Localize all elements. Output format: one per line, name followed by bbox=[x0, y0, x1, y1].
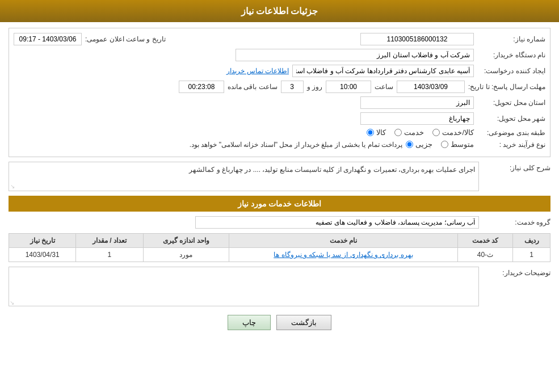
radio-kala-label: کالا bbox=[376, 128, 386, 137]
mohlat-rooz-input[interactable] bbox=[281, 81, 304, 93]
row-sharh: شرح کلی نیاز: اجرای عملیات بهره برداری، … bbox=[9, 162, 550, 191]
cell-name[interactable]: بهره برداری و نگهداری از سد یا شبکه و نی… bbox=[229, 248, 458, 262]
tarikh-input[interactable] bbox=[14, 33, 82, 45]
ijad-konande-label: ایجاد کننده درخواست: bbox=[477, 67, 545, 75]
radio-kala-khedmat-label: کالا/خدمت bbox=[442, 128, 474, 137]
services-table-container: ردیف کد خدمت نام خدمت واحد اندازه گیری ت… bbox=[9, 233, 550, 262]
shahr-input[interactable] bbox=[360, 112, 474, 125]
mohlat-baqi-input[interactable] bbox=[179, 81, 224, 93]
col-name: نام خدمت bbox=[229, 234, 458, 248]
toshihat-container: ↘ bbox=[9, 267, 479, 308]
mohlat-saat-input[interactable] bbox=[326, 81, 371, 93]
resize-icon-2: ↘ bbox=[10, 300, 14, 306]
row-mohlat: مهلت ارسال پاسخ: تا تاریخ: ساعت روز و سا… bbox=[14, 81, 545, 93]
radio-motavaset[interactable]: متوسط bbox=[441, 140, 474, 149]
resize-icon: ↘ bbox=[10, 183, 15, 189]
row-gorooh: گروه خدمت: bbox=[9, 216, 550, 229]
tabaghebandi-radio-group: کالا/خدمت خدمت کالا bbox=[367, 128, 474, 137]
col-radif: ردیف bbox=[513, 234, 550, 248]
mohlat-rooz-label: روز و bbox=[307, 83, 322, 91]
sharh-value: اجرای عملیات بهره برداری، تعمیرات و نگهد… bbox=[9, 162, 478, 191]
row-noe-farayand: نوع فرآیند خرید : متوسط جزیی پرداخت تمام… bbox=[14, 140, 545, 149]
shahr-label: شهر محل تحویل: bbox=[477, 115, 545, 123]
col-tarikh: تاریخ نیاز bbox=[9, 234, 76, 248]
mohlat-date-input[interactable] bbox=[397, 81, 465, 93]
ijad-konande-input[interactable] bbox=[292, 65, 474, 77]
services-table: ردیف کد خدمت نام خدمت واحد اندازه گیری ت… bbox=[9, 233, 550, 262]
ostan-label: استان محل تحویل: bbox=[477, 99, 545, 107]
gorooh-input[interactable] bbox=[195, 216, 479, 229]
row-shomara-tarikh: شماره نیاز: تاریخ و ساعت اعلان عمومی: bbox=[14, 33, 545, 45]
toshihat-label: توضیحات خریدار: bbox=[482, 267, 550, 277]
noe-farayand-label: نوع فرآیند خرید : bbox=[477, 141, 545, 149]
noe-farayand-text: پرداخت تمام یا بخشی از مبلغ خریدار از مح… bbox=[190, 141, 402, 149]
cell-tedad: 1 bbox=[76, 248, 143, 262]
radio-khedmat[interactable]: خدمت bbox=[394, 128, 424, 137]
noe-farayand-radio-group: متوسط جزیی bbox=[406, 140, 474, 149]
sharh-container: اجرای عملیات بهره برداری، تعمیرات و نگهد… bbox=[9, 162, 479, 191]
tarikh-label: تاریخ و ساعت اعلان عمومی: bbox=[85, 35, 166, 43]
row-nam-dastgah: نام دستگاه خریدار: bbox=[14, 49, 545, 61]
row-ostan: استان محل تحویل: bbox=[14, 96, 545, 109]
radio-kala-khedmat[interactable]: کالا/خدمت bbox=[432, 128, 474, 137]
sharh-label: شرح کلی نیاز: bbox=[482, 162, 550, 172]
toshihat-textarea[interactable] bbox=[9, 267, 479, 306]
back-button[interactable]: بازگشت bbox=[276, 315, 331, 330]
main-content: شماره نیاز: تاریخ و ساعت اعلان عمومی: نا… bbox=[0, 22, 559, 342]
cell-kod: ث-40 bbox=[457, 248, 512, 262]
cell-tarikh: 1403/04/31 bbox=[9, 248, 76, 262]
mohlat-saat-label: ساعت bbox=[375, 83, 393, 91]
cell-vahed: مورد bbox=[143, 248, 229, 262]
nam-dastgah-input[interactable] bbox=[236, 49, 474, 61]
row-toshihat: توضیحات خریدار: ↘ bbox=[9, 267, 550, 308]
col-kod: کد خدمت bbox=[457, 234, 512, 248]
radio-khedmat-label: خدمت bbox=[404, 128, 424, 137]
buttons-row: بازگشت چاپ bbox=[9, 315, 550, 330]
cell-radif: 1 bbox=[513, 248, 550, 262]
radio-kala[interactable]: کالا bbox=[367, 128, 386, 137]
col-vahed: واحد اندازه گیری bbox=[143, 234, 229, 248]
radio-jozii-label: جزیی bbox=[415, 140, 432, 149]
khadamat-title: اطلاعات خدمات مورد نیاز bbox=[238, 199, 322, 208]
mohlat-baqi-label: ساعت باقی مانده bbox=[228, 83, 278, 91]
row-tabaghebandi: طبقه بندی موضوعی: کالا/خدمت خدمت کالا bbox=[14, 128, 545, 137]
khadamat-section-header: اطلاعات خدمات مورد نیاز bbox=[9, 196, 550, 212]
page-wrapper: جزئیات اطلاعات نیاز شماره نیاز: تاریخ و … bbox=[0, 0, 559, 392]
contact-link[interactable]: اطلاعات تماس خریدار bbox=[226, 67, 289, 75]
radio-motavaset-label: متوسط bbox=[451, 140, 474, 149]
print-button[interactable]: چاپ bbox=[228, 315, 271, 330]
mohlat-label: مهلت ارسال پاسخ: تا تاریخ: bbox=[468, 83, 545, 91]
nam-dastgah-label: نام دستگاه خریدار: bbox=[477, 51, 545, 59]
header-title: جزئیات اطلاعات نیاز bbox=[241, 6, 318, 16]
radio-jozii[interactable]: جزیی bbox=[406, 140, 432, 149]
shomara-input[interactable] bbox=[360, 33, 474, 45]
gorooh-label: گروه خدمت: bbox=[482, 218, 550, 226]
tabaghebandi-label: طبقه بندی موضوعی: bbox=[477, 129, 545, 137]
row-shahr: شهر محل تحویل: bbox=[14, 112, 545, 125]
page-header: جزئیات اطلاعات نیاز bbox=[0, 0, 559, 22]
top-info-section: شماره نیاز: تاریخ و ساعت اعلان عمومی: نا… bbox=[9, 28, 550, 157]
row-ijad-konande: ایجاد کننده درخواست: اطلاعات تماس خریدار bbox=[14, 65, 545, 77]
ostan-input[interactable] bbox=[360, 96, 474, 109]
shomara-label: شماره نیاز: bbox=[477, 35, 545, 43]
col-tedad: تعداد / مقدار bbox=[76, 234, 143, 248]
table-row: 1 ث-40 بهره برداری و نگهداری از سد یا شب… bbox=[9, 248, 550, 262]
